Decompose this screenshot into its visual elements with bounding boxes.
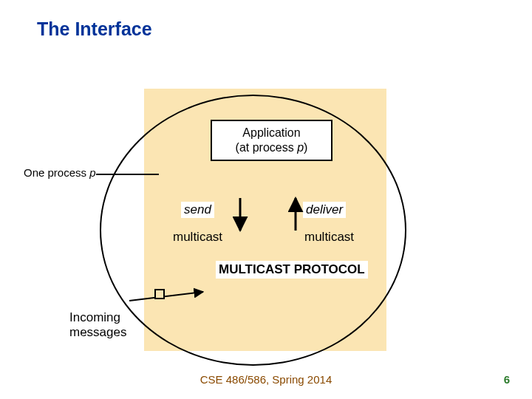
one-process-pointer-line: [96, 174, 159, 175]
slide-footer: CSE 486/586, Spring 2014: [0, 373, 532, 386]
multicast-protocol-label: MULTICAST PROTOCOL: [216, 261, 368, 279]
application-box: Application (at process p): [211, 120, 332, 161]
page-number: 6: [504, 373, 510, 386]
app-line2-var: p: [297, 141, 304, 154]
send-label: send: [181, 202, 214, 218]
app-line2-prefix: (at process: [236, 141, 298, 154]
one-process-var: p: [89, 166, 95, 179]
one-process-prefix: One process: [24, 166, 89, 179]
deliver-label: deliver: [303, 202, 346, 218]
multicast-left-label: multicast: [170, 229, 225, 245]
incoming-line1: Incoming: [69, 310, 120, 324]
multicast-right-label: multicast: [301, 229, 357, 245]
app-line2-suffix: ): [304, 141, 307, 154]
slide-title: The Interface: [37, 18, 152, 40]
incoming-messages-label: Incoming messages: [69, 310, 126, 341]
incoming-line2: messages: [69, 325, 126, 339]
one-process-label: One process p: [24, 166, 96, 179]
app-line1: Application: [242, 126, 300, 139]
